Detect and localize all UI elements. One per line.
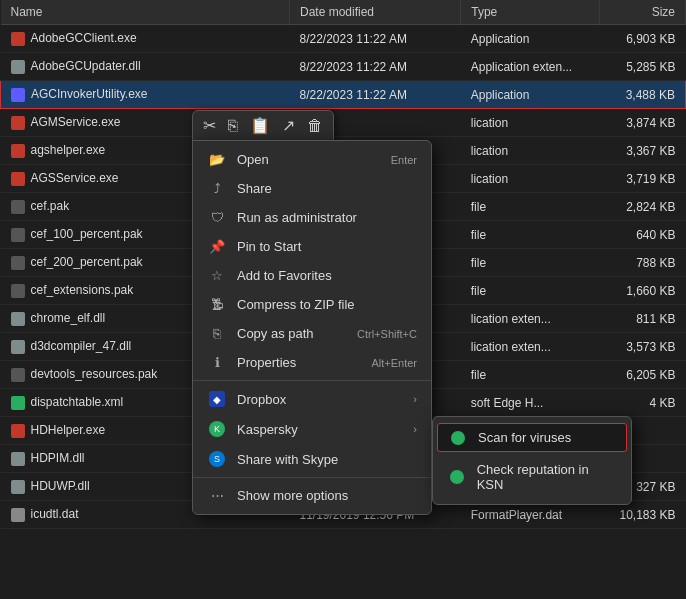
menu-item-open[interactable]: 📂OpenEnter	[193, 145, 431, 174]
file-name: devtools_resources.pak	[31, 367, 158, 381]
file-name: chrome_elf.dll	[31, 311, 106, 325]
share-icon[interactable]: ↗	[282, 116, 295, 135]
file-size: 3,367 KB	[600, 137, 686, 165]
file-name: HDUWP.dll	[31, 479, 90, 493]
menu-item-label: Share	[237, 181, 417, 196]
file-name: dispatchtable.xml	[31, 395, 124, 409]
file-type: lication	[461, 165, 600, 193]
file-type: file	[461, 221, 600, 249]
file-name: cef.pak	[31, 199, 70, 213]
file-size: 788 KB	[600, 249, 686, 277]
delete-icon[interactable]: 🗑	[307, 117, 323, 135]
table-row[interactable]: AGCInvokerUtility.exe 8/22/2023 11:22 AM…	[1, 81, 686, 109]
file-name: cef_200_percent.pak	[31, 255, 143, 269]
file-name: agshelper.exe	[31, 143, 106, 157]
menu-item-label: Compress to ZIP file	[237, 297, 417, 312]
menu-item-label: Kaspersky	[237, 422, 409, 437]
dropbox-icon: ◆	[207, 391, 227, 407]
file-name: AdobeGCClient.exe	[31, 31, 137, 45]
paste-icon[interactable]: 📋	[250, 116, 270, 135]
menu-item-share[interactable]: ⤴Share	[193, 174, 431, 203]
file-name: d3dcompiler_47.dll	[31, 339, 132, 353]
table-row[interactable]: AdobeGCClient.exe 8/22/2023 11:22 AM App…	[1, 25, 686, 53]
submenu-arrow: ›	[413, 423, 417, 435]
file-size: 3,573 KB	[600, 333, 686, 361]
file-name: cef_100_percent.pak	[31, 227, 143, 241]
file-size: 6,205 KB	[600, 361, 686, 389]
file-size: 6,903 KB	[600, 25, 686, 53]
menu-item-label: Share with Skype	[237, 452, 417, 467]
context-menu: 📂OpenEnter⤴Share🛡Run as administrator📌Pi…	[192, 140, 432, 515]
file-name: icudtl.dat	[31, 507, 79, 521]
file-type: lication exten...	[461, 333, 600, 361]
file-type: file	[461, 193, 600, 221]
menu-item-copy-path[interactable]: ⎘Copy as pathCtrl+Shift+C	[193, 319, 431, 348]
shortcut-label: Ctrl+Shift+C	[357, 328, 417, 340]
table-row[interactable]: AdobeGCUpdater.dll 8/22/2023 11:22 AM Ap…	[1, 53, 686, 81]
col-header-date[interactable]: Date modified	[289, 0, 460, 25]
file-type: Application	[461, 25, 600, 53]
open-icon: 📂	[207, 152, 227, 167]
col-header-type[interactable]: Type	[461, 0, 600, 25]
menu-item-more-options[interactable]: ⋯Show more options	[193, 481, 431, 510]
file-size: 811 KB	[600, 305, 686, 333]
menu-item-label: Dropbox	[237, 392, 409, 407]
file-type: lication	[461, 109, 600, 137]
submenu-item-check-reputation[interactable]: Check reputation in KSN	[433, 454, 631, 500]
kaspersky-green-icon	[448, 431, 468, 445]
submenu-item-scan-viruses[interactable]: Scan for viruses	[437, 423, 627, 452]
shortcut-label: Enter	[391, 154, 417, 166]
file-date: 8/22/2023 11:22 AM	[289, 25, 460, 53]
file-type: lication exten...	[461, 305, 600, 333]
pin-start-icon: 📌	[207, 239, 227, 254]
menu-item-label: Copy as path	[237, 326, 349, 341]
file-size: 2,824 KB	[600, 193, 686, 221]
table-row[interactable]: AGMService.exe lication 3,874 KB	[1, 109, 686, 137]
file-size: 3,488 KB	[600, 81, 686, 109]
compress-icon: 🗜	[207, 297, 227, 312]
submenu-item-label: Check reputation in KSN	[477, 462, 617, 492]
kaspersky-icon: K	[207, 421, 227, 437]
file-size: 4 KB	[600, 389, 686, 417]
file-type: lication	[461, 137, 600, 165]
col-header-name[interactable]: Name	[1, 0, 290, 25]
file-size: 3,719 KB	[600, 165, 686, 193]
kaspersky-green-icon	[447, 470, 467, 484]
file-name: HDPIM.dll	[31, 451, 85, 465]
skype-icon: S	[207, 451, 227, 467]
file-date: 8/22/2023 11:22 AM	[289, 53, 460, 81]
file-type: file	[461, 361, 600, 389]
file-type: Application	[461, 81, 600, 109]
file-size: 640 KB	[600, 221, 686, 249]
col-header-size[interactable]: Size	[600, 0, 686, 25]
run-admin-icon: 🛡	[207, 210, 227, 225]
copy-path-icon: ⎘	[207, 326, 227, 341]
menu-item-run-admin[interactable]: 🛡Run as administrator	[193, 203, 431, 232]
file-name: AdobeGCUpdater.dll	[31, 59, 141, 73]
file-size: 1,660 KB	[600, 277, 686, 305]
shortcut-label: Alt+Enter	[371, 357, 417, 369]
file-size: 5,285 KB	[600, 53, 686, 81]
file-name: cef_extensions.pak	[31, 283, 134, 297]
file-date: 8/22/2023 11:22 AM	[289, 81, 460, 109]
file-type: file	[461, 277, 600, 305]
menu-item-kaspersky[interactable]: KKaspersky›	[193, 414, 431, 444]
kaspersky-submenu: Scan for viruses Check reputation in KSN	[432, 416, 632, 505]
menu-separator	[193, 477, 431, 478]
menu-separator	[193, 380, 431, 381]
menu-item-label: Show more options	[237, 488, 417, 503]
menu-item-add-fav[interactable]: ☆Add to Favorites	[193, 261, 431, 290]
menu-item-compress[interactable]: 🗜Compress to ZIP file	[193, 290, 431, 319]
file-name: AGMService.exe	[31, 115, 121, 129]
share-icon: ⤴	[207, 181, 227, 196]
menu-item-label: Add to Favorites	[237, 268, 417, 283]
copy-icon[interactable]: ⎘	[228, 117, 238, 135]
menu-item-label: Open	[237, 152, 383, 167]
menu-item-pin-start[interactable]: 📌Pin to Start	[193, 232, 431, 261]
cut-icon[interactable]: ✂	[203, 116, 216, 135]
file-type: file	[461, 249, 600, 277]
menu-item-dropbox[interactable]: ◆Dropbox›	[193, 384, 431, 414]
menu-item-properties[interactable]: ℹPropertiesAlt+Enter	[193, 348, 431, 377]
menu-item-skype[interactable]: SShare with Skype	[193, 444, 431, 474]
file-name: AGCInvokerUtility.exe	[31, 87, 147, 101]
